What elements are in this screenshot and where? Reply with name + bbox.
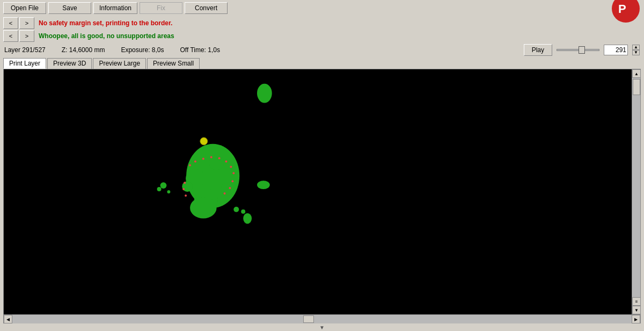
bottom-handle-row: ▼	[0, 323, 644, 331]
svg-point-20	[202, 158, 204, 160]
svg-point-10	[190, 197, 217, 219]
svg-point-14	[257, 181, 270, 189]
h-scroll-thumb[interactable]	[303, 315, 314, 323]
svg-text:P: P	[618, 2, 626, 16]
h-scroll-track	[12, 315, 632, 323]
layer-input[interactable]: 291	[604, 45, 628, 55]
preview-canvas	[4, 69, 632, 314]
fix-button[interactable]: Fix	[140, 2, 182, 14]
nav-group-1: < >	[3, 17, 34, 29]
scroll-down-button[interactable]: ▼	[632, 306, 641, 314]
svg-point-6	[221, 183, 234, 196]
convert-button[interactable]: Convert	[185, 2, 228, 14]
svg-point-18	[189, 164, 191, 166]
layer-down-button[interactable]: ▼	[632, 50, 640, 55]
svg-point-30	[182, 188, 185, 190]
svg-point-28	[224, 192, 226, 195]
svg-point-17	[243, 213, 252, 224]
tab-preview-3d[interactable]: Preview 3D	[47, 58, 92, 69]
tab-preview-small[interactable]: Preview Small	[147, 58, 200, 69]
open-file-button[interactable]: Open File	[3, 2, 46, 14]
toolbar: Open File Save Information Fix Convert P	[0, 0, 644, 16]
layer-info: Layer 291/527	[4, 46, 46, 54]
svg-point-11	[160, 182, 167, 189]
prev-button-1[interactable]: <	[3, 17, 18, 29]
svg-point-19	[194, 161, 196, 163]
svg-point-12	[157, 187, 162, 191]
message-area: < > No safety margin set, printing to th…	[0, 16, 644, 43]
z-info: Z: 14,6000 mm	[62, 46, 105, 54]
exposure-info: Exposure: 8,0s	[121, 46, 164, 54]
svg-point-2	[257, 84, 272, 103]
save-button[interactable]: Save	[48, 2, 91, 14]
v-scroll-track	[632, 78, 640, 297]
svg-point-22	[218, 157, 221, 160]
tab-preview-large[interactable]: Preview Large	[93, 58, 146, 69]
play-area: Play 291 ▲ ▼	[524, 44, 640, 56]
warning-message: No safety margin set, printing to the bo…	[39, 18, 172, 28]
next-button-2[interactable]: >	[19, 30, 34, 42]
scroll-up-button[interactable]: ▲	[632, 69, 641, 78]
svg-point-21	[210, 156, 213, 159]
next-button-1[interactable]: >	[19, 17, 34, 29]
app-logo-icon: P	[611, 0, 641, 24]
svg-point-25	[232, 172, 235, 174]
ok-message: Whoopee, all is good, no unsupported are…	[39, 31, 174, 41]
v-scroll-mid[interactable]: ≡	[632, 297, 641, 306]
svg-point-26	[231, 180, 233, 182]
tab-row: Print Layer Preview 3D Preview Large Pre…	[0, 57, 644, 69]
layer-up-button[interactable]: ▲	[632, 45, 640, 50]
status-bar: Layer 291/527 Z: 14,6000 mm Exposure: 8,…	[0, 43, 644, 57]
svg-point-15	[233, 207, 239, 212]
svg-point-23	[225, 161, 227, 163]
prev-button-2[interactable]: <	[3, 30, 18, 42]
svg-point-27	[229, 187, 231, 189]
svg-point-16	[241, 210, 245, 214]
horizontal-scrollbar[interactable]: ◀ ▶	[3, 315, 641, 323]
svg-point-31	[185, 195, 187, 197]
scroll-right-button[interactable]: ▶	[632, 315, 640, 323]
offtime-info: Off Time: 1,0s	[180, 46, 219, 54]
layer-preview-svg	[4, 69, 632, 314]
svg-point-24	[230, 166, 232, 168]
v-scroll-thumb[interactable]	[633, 79, 640, 95]
svg-point-29	[184, 182, 186, 184]
svg-point-3	[200, 138, 208, 145]
bottom-handle-icon: ▼	[319, 325, 325, 330]
layer-spinners: ▲ ▼	[632, 45, 640, 55]
scroll-left-button[interactable]: ◀	[4, 315, 12, 323]
play-button[interactable]: Play	[524, 44, 552, 56]
tab-print-layer[interactable]: Print Layer	[3, 58, 46, 69]
information-button[interactable]: Information	[93, 2, 137, 14]
layer-slider[interactable]	[557, 49, 599, 51]
svg-point-13	[167, 190, 170, 193]
app-container: Open File Save Information Fix Convert P…	[0, 0, 644, 331]
nav-group-2: < >	[3, 30, 34, 42]
vertical-scrollbar[interactable]: ▲ ≡ ▼	[632, 69, 640, 314]
